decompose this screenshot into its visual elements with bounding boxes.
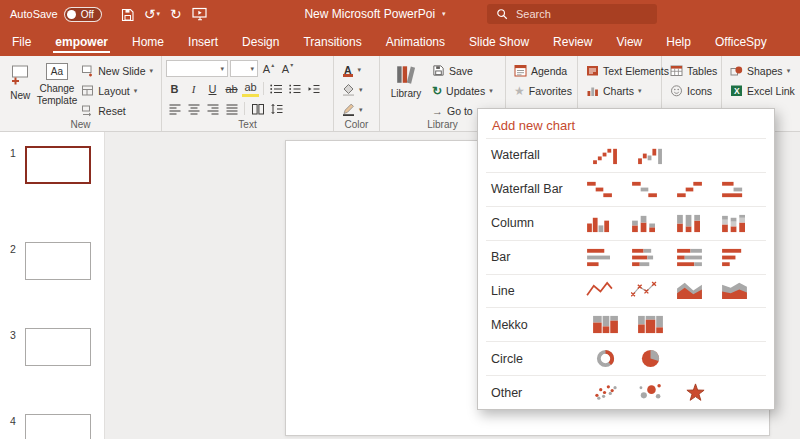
tab-view[interactable]: View bbox=[604, 28, 654, 56]
tab-animations[interactable]: Animations bbox=[374, 28, 457, 56]
tab-insert[interactable]: Insert bbox=[176, 28, 230, 56]
bar-clustered-icon[interactable] bbox=[586, 247, 631, 268]
scatter-chart-icon[interactable] bbox=[592, 382, 637, 403]
change-template-button[interactable]: Aa Change Template bbox=[37, 59, 78, 106]
bubble-chart-icon[interactable] bbox=[637, 382, 682, 403]
autosave-state: Off bbox=[81, 9, 94, 20]
tab-review[interactable]: Review bbox=[541, 28, 604, 56]
favorites-button[interactable]: ★ Favorites bbox=[510, 81, 576, 100]
column-stacked-icon[interactable] bbox=[631, 213, 676, 234]
updates-button[interactable]: ↻ Updates ▾ bbox=[428, 81, 497, 100]
tab-transitions[interactable]: Transitions bbox=[291, 28, 373, 56]
columns-button[interactable] bbox=[249, 100, 266, 117]
shapes-button[interactable]: Shapes ▾ bbox=[726, 61, 799, 80]
new-slide-plus-icon bbox=[8, 63, 32, 87]
library-save-button[interactable]: Save bbox=[428, 61, 497, 80]
chart-row-label: Column bbox=[486, 216, 586, 230]
library-button[interactable]: Library bbox=[384, 59, 428, 100]
column-clustered-icon[interactable] bbox=[586, 213, 631, 234]
mekko-percent-icon[interactable] bbox=[637, 314, 682, 335]
donut-chart-icon[interactable] bbox=[592, 348, 637, 369]
star-icon: ★ bbox=[514, 85, 525, 97]
undo-button[interactable]: ↺ ▾ bbox=[140, 0, 164, 28]
tables-button[interactable]: Tables bbox=[666, 61, 721, 80]
font-size-combo[interactable]: ▾ bbox=[230, 60, 258, 77]
save-button[interactable] bbox=[116, 0, 140, 28]
pencil-icon bbox=[342, 103, 355, 116]
tables-icon bbox=[670, 64, 683, 77]
start-slideshow-button[interactable] bbox=[188, 0, 212, 28]
line-spacing-button[interactable] bbox=[268, 100, 285, 117]
pie-chart-icon[interactable] bbox=[637, 348, 682, 369]
shrink-font-button[interactable]: A▾ bbox=[279, 60, 296, 77]
font-color-button[interactable]: A ▾ bbox=[338, 60, 367, 79]
outline-color-button[interactable]: ▾ bbox=[338, 100, 367, 119]
excel-link-button[interactable]: X Excel Link bbox=[726, 81, 799, 100]
slide-thumbnail-3[interactable] bbox=[25, 328, 91, 366]
goto-label: Go to bbox=[447, 105, 473, 117]
waterfall-bar-total-icon[interactable] bbox=[721, 179, 766, 200]
waterfall-bar-mixed-icon[interactable] bbox=[631, 179, 676, 200]
reset-button[interactable]: Reset bbox=[77, 101, 157, 120]
align-left-button[interactable] bbox=[166, 100, 183, 117]
slide-thumbnail-4[interactable] bbox=[25, 414, 91, 439]
library-books-icon bbox=[395, 63, 417, 85]
icons-button[interactable]: Icons bbox=[666, 81, 721, 100]
mekko-chart-icon[interactable] bbox=[592, 314, 637, 335]
bold-button[interactable]: B bbox=[166, 80, 183, 97]
slide-thumb-row: 1 bbox=[0, 146, 105, 184]
column-segmented-icon[interactable] bbox=[721, 213, 766, 234]
autosave-toggle[interactable]: AutoSave Off bbox=[10, 7, 102, 22]
star-chart-icon[interactable] bbox=[682, 382, 727, 403]
chevron-down-icon: ▾ bbox=[156, 10, 160, 18]
line-chart-icon[interactable] bbox=[586, 280, 631, 301]
ribbon-group-text: ▾ ▾ A▴ A▾ B I U ab ab bbox=[162, 56, 334, 131]
tab-slide-show[interactable]: Slide Show bbox=[457, 28, 541, 56]
align-right-button[interactable] bbox=[204, 100, 221, 117]
bar-stacked-icon[interactable] bbox=[631, 247, 676, 268]
refresh-icon: ↻ bbox=[432, 84, 442, 98]
waterfall-chart-icon[interactable] bbox=[592, 145, 637, 166]
highlight-button[interactable]: ab bbox=[242, 81, 259, 97]
tab-file[interactable]: File bbox=[0, 28, 43, 56]
layout-button[interactable]: Layout ▾ bbox=[77, 81, 157, 100]
new-slide-button[interactable]: New Slide ▾ bbox=[77, 61, 157, 80]
area-stacked-icon[interactable] bbox=[721, 280, 766, 301]
indent-button[interactable] bbox=[306, 80, 323, 97]
waterfall-bar-reverse-icon[interactable] bbox=[676, 179, 721, 200]
strikethrough-button[interactable]: ab bbox=[223, 80, 240, 97]
font-family-combo[interactable]: ▾ bbox=[166, 60, 228, 77]
redo-button[interactable]: ↻ bbox=[164, 0, 188, 28]
bar-stacked-100-icon[interactable] bbox=[676, 247, 721, 268]
area-chart-icon[interactable] bbox=[676, 280, 721, 301]
numbered-list-button[interactable] bbox=[287, 80, 304, 97]
tab-empower[interactable]: empower bbox=[43, 28, 120, 56]
fill-color-button[interactable]: ▾ bbox=[338, 80, 367, 99]
slide-thumbnail-2[interactable] bbox=[25, 242, 91, 280]
agenda-button[interactable]: Agenda bbox=[510, 61, 576, 80]
justify-button[interactable] bbox=[223, 100, 240, 117]
tab-help[interactable]: Help bbox=[654, 28, 703, 56]
slide-number: 3 bbox=[10, 328, 19, 366]
chart-row-mekko: Mekko bbox=[486, 307, 766, 341]
text-elements-button[interactable]: Text Elements bbox=[582, 61, 673, 80]
slide-thumbnail-1[interactable] bbox=[25, 146, 91, 184]
italic-button[interactable]: I bbox=[185, 80, 202, 97]
grow-font-button[interactable]: A▴ bbox=[260, 60, 277, 77]
bullet-list-button[interactable] bbox=[268, 80, 285, 97]
underline-button[interactable]: U bbox=[204, 80, 221, 97]
line-markers-icon[interactable] bbox=[631, 280, 676, 301]
bar-single-icon[interactable] bbox=[721, 247, 766, 268]
align-center-button[interactable] bbox=[185, 100, 202, 117]
column-stacked-100-icon[interactable] bbox=[676, 213, 721, 234]
search-box[interactable]: Search bbox=[487, 4, 657, 24]
waterfall-bar-icon[interactable] bbox=[586, 179, 631, 200]
document-title[interactable]: New Microsoft PowerPoi ▾ bbox=[280, 0, 470, 28]
tab-home[interactable]: Home bbox=[120, 28, 176, 56]
search-placeholder: Search bbox=[516, 8, 551, 20]
new-presentation-button[interactable]: New bbox=[4, 59, 37, 102]
tab-officespy[interactable]: OfficeSpy bbox=[703, 28, 779, 56]
charts-button[interactable]: Charts ▾ bbox=[582, 81, 673, 100]
waterfall-mixed-chart-icon[interactable] bbox=[637, 145, 682, 166]
tab-design[interactable]: Design bbox=[230, 28, 291, 56]
